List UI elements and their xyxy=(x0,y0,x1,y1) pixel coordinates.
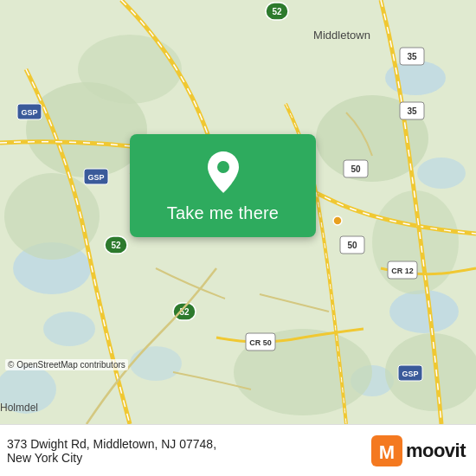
svg-text:M: M xyxy=(379,441,395,463)
svg-text:35: 35 xyxy=(407,106,417,116)
svg-text:50: 50 xyxy=(351,164,361,174)
address-line2: New York City xyxy=(7,451,216,465)
svg-text:50: 50 xyxy=(347,241,357,250)
svg-point-2 xyxy=(43,312,95,346)
svg-text:GSP: GSP xyxy=(21,108,37,117)
address-line1: 373 Dwight Rd, Middletown, NJ 07748, xyxy=(7,437,216,451)
svg-text:CR 50: CR 50 xyxy=(249,338,272,347)
svg-text:GSP: GSP xyxy=(402,370,418,378)
bottom-bar: 373 Dwight Rd, Middletown, NJ 07748, New… xyxy=(0,424,476,476)
osm-credit: © OpenStreetMap contributors xyxy=(5,359,128,370)
svg-point-4 xyxy=(417,158,466,189)
take-me-there-button[interactable]: Take me there xyxy=(167,203,279,223)
moovit-logo: M moovit xyxy=(371,435,466,466)
moovit-icon: M xyxy=(371,435,402,466)
svg-text:Holmdel: Holmdel xyxy=(0,402,38,414)
svg-text:Middletown: Middletown xyxy=(313,29,370,42)
map-container: GSP GSP GSP 52 52 52 50 50 35 CR 50 CR 1… xyxy=(0,0,476,424)
svg-point-14 xyxy=(78,35,182,104)
svg-text:52: 52 xyxy=(111,241,121,250)
moovit-text: moovit xyxy=(406,440,466,462)
svg-text:52: 52 xyxy=(272,7,282,16)
svg-point-8 xyxy=(130,346,182,381)
svg-text:35: 35 xyxy=(407,52,417,61)
svg-text:CR 12: CR 12 xyxy=(391,267,414,275)
svg-point-43 xyxy=(333,216,342,225)
svg-text:GSP: GSP xyxy=(87,173,104,182)
info-card[interactable]: Take me there xyxy=(130,134,316,237)
svg-point-5 xyxy=(389,290,459,333)
address-section: 373 Dwight Rd, Middletown, NJ 07748, New… xyxy=(7,437,216,465)
map-pin-icon xyxy=(204,150,242,195)
svg-point-44 xyxy=(217,161,229,173)
